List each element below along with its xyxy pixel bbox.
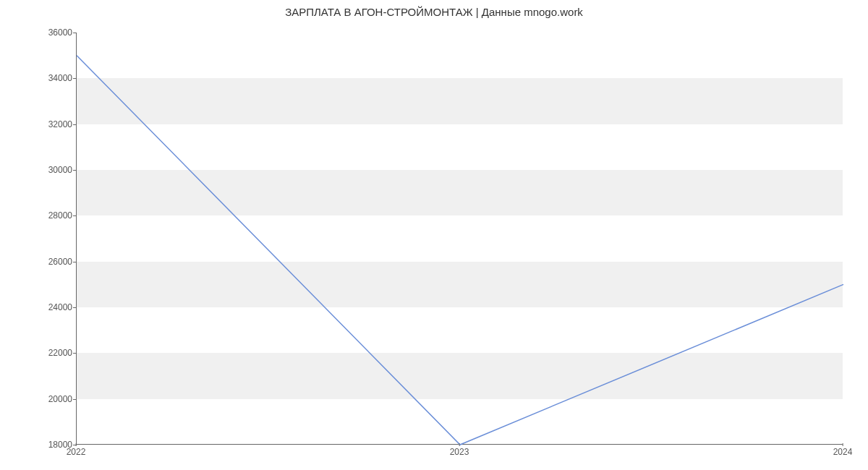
y-tick-label: 34000 — [43, 73, 72, 83]
y-tick-label: 24000 — [43, 302, 72, 312]
data-line — [77, 33, 843, 445]
y-tick-label: 30000 — [43, 165, 72, 175]
line-chart: ЗАРПЛАТА В АГОН-СТРОЙМОНТАЖ | Данные mno… — [0, 0, 868, 470]
x-tick-label: 2024 — [833, 447, 853, 457]
y-tick-label: 26000 — [43, 257, 72, 267]
y-tick-label: 32000 — [43, 119, 72, 129]
y-tick-label: 22000 — [43, 348, 72, 358]
y-tick-label: 36000 — [43, 27, 72, 38]
x-tick-label: 2022 — [67, 447, 86, 457]
y-tick-label: 28000 — [43, 210, 72, 221]
y-tick-label: 20000 — [43, 394, 72, 404]
chart-title: ЗАРПЛАТА В АГОН-СТРОЙМОНТАЖ | Данные mno… — [0, 6, 868, 18]
plot-area — [76, 33, 843, 445]
x-tick-label: 2023 — [450, 447, 469, 457]
